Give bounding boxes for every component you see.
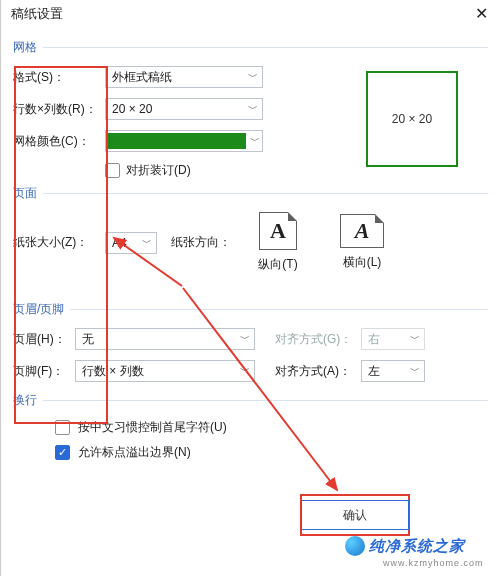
dialog-title: 稿纸设置 <box>11 5 63 23</box>
portrait-caption: 纵向(T) <box>258 256 297 273</box>
chevron-down-icon: ﹀ <box>410 332 420 346</box>
landscape-caption: 横向(L) <box>343 254 382 271</box>
manuscript-settings-dialog: 稿纸设置 ✕ 网格 20 × 20 格式(S)： 外框式稿纸 ﹀ 行数×列数(R… <box>0 0 500 576</box>
pagesize-combo[interactable]: A4 ﹀ <box>105 232 157 254</box>
watermark: 纯净系统之家 <box>345 536 465 556</box>
grid-preview-text: 20 × 20 <box>392 112 432 126</box>
ok-button-label: 确认 <box>343 507 367 524</box>
rowscols-combo[interactable]: 20 × 20 ﹀ <box>105 98 263 120</box>
gridcolor-combo[interactable]: ﹀ <box>105 130 263 152</box>
cjk-wrap-checkbox[interactable] <box>55 420 70 435</box>
chevron-down-icon: ﹀ <box>240 332 250 346</box>
group-page-label: 页面 <box>13 185 37 202</box>
footer-combo[interactable]: 行数 × 列数 ﹀ <box>75 360 255 382</box>
group-headerfooter: 页眉/页脚 页眉(H)： 无 ﹀ 对齐方式(G)： 右 ﹀ 页脚(F)： 行数 … <box>13 301 488 382</box>
grid-preview: 20 × 20 <box>366 71 458 167</box>
footer-align-label: 对齐方式(A)： <box>275 363 361 380</box>
orientation-portrait[interactable]: A 纵向(T) <box>243 212 313 273</box>
group-wrap: 换行 按中文习惯控制首尾字符(U) ✓ 允许标点溢出边界(N) <box>13 392 488 461</box>
header-align-combo: 右 ﹀ <box>361 328 425 350</box>
format-label: 格式(S)： <box>13 69 105 86</box>
divider <box>70 309 488 310</box>
rowscols-value: 20 × 20 <box>112 102 152 116</box>
format-value: 外框式稿纸 <box>112 69 172 86</box>
rowscols-label: 行数×列数(R)： <box>13 101 105 118</box>
group-grid: 网格 20 × 20 格式(S)： 外框式稿纸 ﹀ 行数×列数(R)： 20 ×… <box>13 39 488 179</box>
landscape-icon: A <box>340 214 384 248</box>
portrait-icon: A <box>259 212 297 250</box>
chevron-down-icon: ﹀ <box>410 364 420 378</box>
header-label: 页眉(H)： <box>13 331 75 348</box>
chevron-down-icon: ﹀ <box>250 134 260 148</box>
group-hf-label: 页眉/页脚 <box>13 301 64 318</box>
chevron-down-icon: ﹀ <box>240 364 250 378</box>
group-wrap-label: 换行 <box>13 392 37 409</box>
header-align-value: 右 <box>368 331 380 348</box>
format-combo[interactable]: 外框式稿纸 ﹀ <box>105 66 263 88</box>
group-page: 页面 纸张大小(Z)： A4 ﹀ 纸张方向： A 纵向(T) <box>13 185 488 273</box>
chevron-down-icon: ﹀ <box>248 70 258 84</box>
divider <box>43 47 488 48</box>
ok-button[interactable]: 确认 <box>301 500 409 530</box>
divider <box>43 193 488 194</box>
footer-align-value: 左 <box>368 363 380 380</box>
close-icon[interactable]: ✕ <box>471 4 492 23</box>
fold-label: 对折装订(D) <box>126 162 191 179</box>
punct-overflow-checkbox[interactable]: ✓ <box>55 445 70 460</box>
watermark-brand: 纯净系统之家 <box>369 537 465 556</box>
footer-align-combo[interactable]: 左 ﹀ <box>361 360 425 382</box>
footer-label: 页脚(F)： <box>13 363 75 380</box>
gridcolor-label: 网格颜色(C)： <box>13 133 105 150</box>
watermark-logo-icon <box>345 536 365 556</box>
header-value: 无 <box>82 331 94 348</box>
color-swatch <box>108 133 246 149</box>
cjk-wrap-label: 按中文习惯控制首尾字符(U) <box>78 419 227 436</box>
titlebar: 稿纸设置 ✕ <box>1 0 500 27</box>
group-grid-label: 网格 <box>13 39 37 56</box>
header-combo[interactable]: 无 ﹀ <box>75 328 255 350</box>
chevron-down-icon: ﹀ <box>248 102 258 116</box>
divider <box>43 400 488 401</box>
footer-value: 行数 × 列数 <box>82 363 144 380</box>
orientation-landscape[interactable]: A 横向(L) <box>327 214 397 271</box>
fold-checkbox[interactable] <box>105 163 120 178</box>
header-align-label: 对齐方式(G)： <box>275 331 361 348</box>
watermark-url: www.kzmyhome.com <box>383 558 484 568</box>
punct-overflow-label: 允许标点溢出边界(N) <box>78 444 191 461</box>
pagesize-label: 纸张大小(Z)： <box>13 234 105 251</box>
orientation-label: 纸张方向： <box>171 234 231 251</box>
pagesize-value: A4 <box>112 236 127 250</box>
chevron-down-icon: ﹀ <box>142 236 152 250</box>
